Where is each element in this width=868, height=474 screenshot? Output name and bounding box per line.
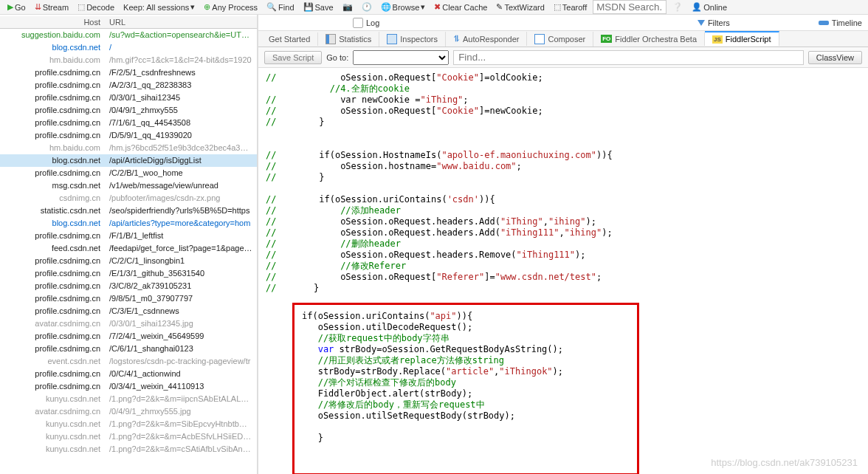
session-url[interactable]: /E/1/3/1_github_35631540 xyxy=(105,267,257,280)
session-host[interactable]: csdnimg.cn xyxy=(0,192,105,205)
session-host[interactable]: profile.csdnimg.cn xyxy=(0,167,105,179)
url-column-header[interactable]: URL xyxy=(105,16,257,29)
go-button[interactable]: ▶ Go xyxy=(4,2,29,12)
session-host[interactable]: profile.csdnimg.cn xyxy=(0,280,105,292)
session-host[interactable]: avatar.csdnimg.cn xyxy=(0,405,105,418)
goto-dropdown[interactable] xyxy=(353,50,449,65)
session-url[interactable]: /7/2/4/1_weixin_45649599 xyxy=(105,330,257,343)
session-host[interactable]: profile.csdnimg.cn xyxy=(0,292,105,305)
session-url[interactable]: /1.png?d=2&k=&m=iipcnSAbEtALALnbSI xyxy=(105,393,257,405)
session-host[interactable]: profile.csdnimg.cn xyxy=(0,129,105,142)
tab-orchestra[interactable]: FOFiddler Orchestra Beta xyxy=(593,32,705,46)
session-url[interactable]: /7/1/6/1_qq_44543508 xyxy=(105,117,257,129)
session-host[interactable]: suggestion.baidu.com xyxy=(0,29,105,41)
session-host[interactable]: avatar.csdnimg.cn xyxy=(0,317,105,330)
session-host[interactable]: profile.csdnimg.cn xyxy=(0,330,105,343)
session-host[interactable]: profile.csdnimg.cn xyxy=(0,305,105,317)
session-host[interactable]: profile.csdnimg.cn xyxy=(0,66,105,79)
clear-cache-button[interactable]: ✖ Clear Cache xyxy=(431,2,490,12)
tab-inspectors[interactable]: Inspectors xyxy=(379,32,446,47)
session-url[interactable]: /1.png?d=2&k=&m=SibEpcvyHtnbtbDLL xyxy=(105,418,257,430)
session-host[interactable]: profile.csdnimg.cn xyxy=(0,255,105,267)
tab-autoresponder[interactable]: ⥮AutoResponder xyxy=(446,32,527,46)
tab-fiddlerscript[interactable]: JSFiddlerScript xyxy=(705,31,779,46)
session-host[interactable]: blog.csdn.net xyxy=(0,154,105,167)
session-url[interactable]: /api/ArticleDigg/isDiggList xyxy=(105,154,257,167)
tearoff-button[interactable]: ⬚ Tearoff xyxy=(551,2,590,12)
session-host[interactable]: hm.baidu.com xyxy=(0,142,105,154)
session-url[interactable]: /api/articles?type=more&category=hom xyxy=(105,217,257,230)
stream-button[interactable]: ⇊ Stream xyxy=(32,2,72,12)
help-icon[interactable]: ❔ xyxy=(669,2,686,12)
browse-button[interactable]: 🌐 Browse ▾ xyxy=(378,2,429,12)
session-url[interactable]: /feedapi/get_force_list?page=1&page_s xyxy=(105,242,257,255)
session-url[interactable]: /pubfooter/images/csdn-zx.png xyxy=(105,192,257,205)
session-url[interactable]: /3/C/8/2_ak739105231 xyxy=(105,280,257,292)
session-url[interactable]: /seo/spiderfriendly?urls%5B%5D=https xyxy=(105,205,257,217)
session-url[interactable]: /0/3/0/1_sihai12345 xyxy=(105,92,257,104)
decode-button[interactable]: ⬚ Decode xyxy=(75,2,117,12)
session-host[interactable]: profile.csdnimg.cn xyxy=(0,92,105,104)
any-process-button[interactable]: ⊕ Any Process xyxy=(201,2,261,12)
tab-composer[interactable]: Composer xyxy=(527,32,593,47)
msdn-search-input[interactable] xyxy=(593,0,666,14)
session-url[interactable]: /1.png?d=2&k=&m=cSAtiAfbLvSibAnpS xyxy=(105,443,257,456)
session-url[interactable]: /0/C/4/1_actionwind xyxy=(105,368,257,380)
session-url[interactable]: /0/3/4/1_weixin_44110913 xyxy=(105,380,257,393)
session-url[interactable]: /C/2/C/1_linsongbin1 xyxy=(105,255,257,267)
session-host[interactable]: profile.csdnimg.cn xyxy=(0,104,105,117)
filters-tab[interactable]: Filters xyxy=(698,18,730,27)
session-host[interactable]: profile.csdnimg.cn xyxy=(0,79,105,92)
session-url[interactable]: /F/1/B/1_leftfist xyxy=(105,230,257,242)
script-editor[interactable]: // oSession.oRequest["Cookie"]=oldCookie… xyxy=(258,68,868,474)
session-url[interactable]: /C/6/1/1_shanghai0123 xyxy=(105,343,257,355)
session-url[interactable]: /1.png?d=2&k=&m=AcbESfvLHSiiEDQAi xyxy=(105,430,257,443)
session-url[interactable]: /C/3/E/1_csdnnews xyxy=(105,305,257,317)
tab-statistics[interactable]: Statistics xyxy=(318,32,379,47)
session-url[interactable]: /v1/web/message/view/unread xyxy=(105,179,257,192)
session-host[interactable]: kunyu.csdn.net xyxy=(0,430,105,443)
session-url[interactable]: /F/2/5/1_csdnfreshnews xyxy=(105,66,257,79)
session-host[interactable]: event.csdn.net xyxy=(0,355,105,368)
session-host[interactable]: feed.csdn.net xyxy=(0,242,105,255)
tab-get-started[interactable]: Get Started xyxy=(261,32,318,46)
find-button[interactable]: 🔍 Find xyxy=(264,2,297,12)
find-input[interactable] xyxy=(453,50,804,65)
session-list[interactable]: Host suggestion.baidu.comblog.csdn.nethm… xyxy=(0,15,258,474)
session-host[interactable]: profile.csdnimg.cn xyxy=(0,230,105,242)
session-host[interactable]: profile.csdnimg.cn xyxy=(0,117,105,129)
session-url[interactable]: /logstores/csdn-pc-tracking-pageview/tr xyxy=(105,355,257,368)
session-host[interactable]: profile.csdnimg.cn xyxy=(0,368,105,380)
camera-icon[interactable]: 📷 xyxy=(340,2,356,12)
timeline-tab[interactable]: Timeline xyxy=(819,18,862,27)
session-host[interactable]: profile.csdnimg.cn xyxy=(0,267,105,280)
log-tab[interactable]: Log xyxy=(353,18,379,28)
session-host[interactable]: statistic.csdn.net xyxy=(0,205,105,217)
session-host[interactable]: kunyu.csdn.net xyxy=(0,443,105,456)
session-url[interactable]: /su?wd=&action=opensearch&ie=UTF-8 xyxy=(105,29,257,41)
host-column-header[interactable]: Host xyxy=(0,16,105,29)
classview-button[interactable]: ClassView xyxy=(808,51,862,64)
online-button[interactable]: 👤 Online xyxy=(689,2,730,12)
session-host[interactable]: hm.baidu.com xyxy=(0,54,105,66)
textwizard-button[interactable]: ✎ TextWizard xyxy=(493,2,547,12)
save-script-button[interactable]: Save Script xyxy=(264,51,322,64)
session-url[interactable]: /D/5/9/1_qq_41939020 xyxy=(105,129,257,142)
session-url[interactable]: /hm.gif?cc=1&ck=1&cl=24-bit&ds=1920 xyxy=(105,54,257,66)
session-url[interactable]: /C/2/B/1_woo_home xyxy=(105,167,257,179)
session-url[interactable]: /0/4/9/1_zhmxy555 xyxy=(105,104,257,117)
session-host[interactable]: kunyu.csdn.net xyxy=(0,393,105,405)
session-host[interactable]: msg.csdn.net xyxy=(0,179,105,192)
session-host[interactable]: blog.csdn.net xyxy=(0,41,105,54)
save-button[interactable]: 💾 Save xyxy=(300,2,337,12)
session-url[interactable]: /0/3/0/1_sihai12345.jpg xyxy=(105,317,257,330)
session-host[interactable]: profile.csdnimg.cn xyxy=(0,380,105,393)
clock-icon[interactable]: 🕐 xyxy=(359,2,375,12)
keep-sessions-dropdown[interactable]: Keep: All sessions ▾ xyxy=(120,2,198,12)
session-host[interactable]: kunyu.csdn.net xyxy=(0,418,105,430)
session-url[interactable]: /9/8/5/1_m0_37907797 xyxy=(105,292,257,305)
session-url[interactable]: /hm.js?6bcd52f51e9b3dce32bec4a3997 xyxy=(105,142,257,154)
session-host[interactable]: profile.csdnimg.cn xyxy=(0,343,105,355)
session-host[interactable]: blog.csdn.net xyxy=(0,217,105,230)
session-url[interactable]: / xyxy=(105,41,257,54)
